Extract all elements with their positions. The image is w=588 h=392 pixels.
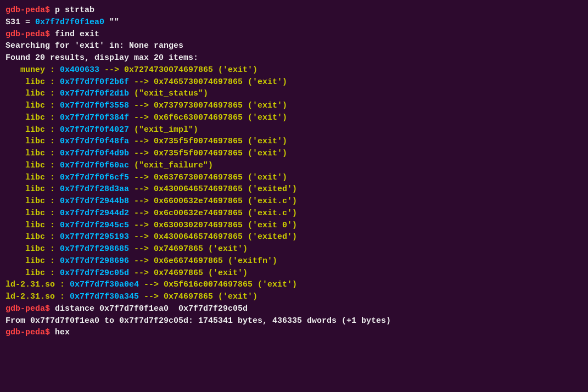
- result-text: --> 0x74697865 ('exit'): [129, 268, 248, 278]
- hex-address: 0x7f7d7f0f1ea0: [35, 18, 104, 27]
- terminal-line-5: Found 20 results, display max 20 items:: [5, 52, 583, 64]
- terminal-line-11: libc : 0x7f7d7f0f4027 ("exit_impl"): [5, 124, 583, 136]
- terminal-line-22: libc : 0x7f7d7f298696 --> 0x6e6674697865…: [5, 255, 583, 267]
- info-text: Found 20 results, display max 20 items:: [5, 53, 198, 63]
- result-text: --> 0x6c00632e74697865 ('exit.c'): [129, 209, 297, 218]
- result-text: libc :: [5, 77, 60, 87]
- result-text: --> 0x74697865 ('exit'): [139, 292, 257, 301]
- result-text: libc :: [5, 125, 60, 135]
- hex-address: 0x7f7d7f2945c5: [60, 221, 129, 230]
- hex-address: 0x7f7d7f29c05d: [60, 268, 129, 278]
- terminal-line-27: From 0x7f7d7f0f1ea0 to 0x7f7d7f29c05d: 1…: [5, 315, 583, 327]
- result-text: muney :: [5, 65, 60, 75]
- result-text: ld-2.31.so :: [5, 280, 70, 289]
- terminal-line-6: muney : 0x400633 --> 0x7274730074697865 …: [5, 64, 583, 76]
- hex-address: 0x7f7d7f0f4d9b: [60, 149, 129, 158]
- terminal-line-15: libc : 0x7f7d7f0f6cf5 --> 0x637673007469…: [5, 172, 583, 184]
- result-text: libc :: [5, 137, 60, 146]
- hex-address: 0x7f7d7f2944d2: [60, 209, 129, 218]
- result-text: ("exit_failure"): [129, 161, 213, 170]
- terminal-line-18: libc : 0x7f7d7f2944d2 --> 0x6c00632e7469…: [5, 208, 583, 220]
- terminal-line-19: libc : 0x7f7d7f2945c5 --> 0x630030207469…: [5, 220, 583, 232]
- hex-address: 0x400633: [60, 65, 99, 75]
- result-text: --> 0x74697865 ('exit'): [129, 244, 248, 254]
- result-text: libc :: [5, 101, 60, 110]
- hex-address: 0x7f7d7f0f4027: [60, 125, 129, 135]
- terminal-line-28: gdb-peda$ hex: [5, 327, 583, 339]
- result-text: --> 0x735f5f0074697865 ('exit'): [129, 149, 287, 158]
- hex-address: 0x7f7d7f0f60ac: [60, 161, 129, 170]
- result-text: --> 0x6300302074697865 ('exit 0'): [129, 221, 297, 230]
- hex-address: 0x7f7d7f298696: [60, 256, 129, 266]
- result-text: --> 0x7274730074697865 ('exit'): [99, 65, 257, 75]
- result-text: --> 0x6e6674697865 ('exitfn'): [129, 256, 277, 266]
- result-text: libc :: [5, 89, 60, 98]
- terminal-line-26: gdb-peda$ distance 0x7f7d7f0f1ea0 0x7f7d…: [5, 303, 583, 315]
- result-text: libc :: [5, 256, 60, 266]
- terminal-line-23: libc : 0x7f7d7f29c05d --> 0x74697865 ('e…: [5, 267, 583, 279]
- prompt: gdb-peda$: [5, 328, 50, 337]
- prompt: gdb-peda$: [5, 304, 50, 313]
- result-text: --> 0x6f6c630074697865 ('exit'): [129, 113, 287, 122]
- hex-address: 0x7f7d7f30a345: [70, 292, 139, 301]
- result-text: --> 0x4300646574697865 ('exited'): [129, 184, 297, 194]
- terminal-line-3: gdb-peda$ find exit: [5, 29, 583, 41]
- result-text: --> 0x7465730074697865 ('exit'): [129, 77, 287, 87]
- result-text: ld-2.31.so :: [5, 292, 70, 301]
- result-text: libc :: [5, 173, 60, 182]
- terminal-line-7: libc : 0x7f7d7f0f2b6f --> 0x746573007469…: [5, 76, 583, 88]
- result-text: --> 0x6600632e74697865 ('exit.c'): [129, 197, 297, 206]
- result-text: libc :: [5, 149, 60, 158]
- result-text: libc :: [5, 232, 60, 242]
- command-text: hex: [50, 328, 70, 337]
- terminal-line-17: libc : 0x7f7d7f2944b8 --> 0x6600632e7469…: [5, 195, 583, 208]
- terminal-line-20: libc : 0x7f7d7f295193 --> 0x430064657469…: [5, 231, 583, 243]
- result-text: libc :: [5, 221, 60, 230]
- hex-address: 0x7f7d7f0f384f: [60, 113, 129, 122]
- result-text: libc :: [5, 161, 60, 170]
- hex-address: 0x7f7d7f0f48fa: [60, 137, 129, 146]
- result-text: --> 0x7379730074697865 ('exit'): [129, 101, 287, 110]
- info-text: "": [104, 18, 119, 27]
- result-text: --> 0x4300646574697865 ('exited'): [129, 232, 297, 242]
- terminal-line-2: $31 = 0x7f7d7f0f1ea0 "": [5, 16, 583, 29]
- prompt: gdb-peda$: [5, 5, 50, 15]
- result-text: libc :: [5, 268, 60, 278]
- terminal-line-14: libc : 0x7f7d7f0f60ac ("exit_failure"): [5, 160, 583, 172]
- terminal-line-1: gdb-peda$ p strtab: [5, 4, 583, 16]
- hex-address: 0x7f7d7f0f2d1b: [60, 89, 129, 98]
- hex-address: 0x7f7d7f0f3558: [60, 101, 129, 110]
- hex-address: 0x7f7d7f0f6cf5: [60, 173, 129, 182]
- result-text: libc :: [5, 113, 60, 122]
- terminal-line-24: ld-2.31.so : 0x7f7d7f30a0e4 --> 0x5f616c…: [5, 279, 583, 291]
- terminal-line-9: libc : 0x7f7d7f0f3558 --> 0x737973007469…: [5, 100, 583, 112]
- info-text: $31 =: [5, 18, 35, 27]
- terminal-line-8: libc : 0x7f7d7f0f2d1b ("exit_status"): [5, 88, 583, 100]
- terminal-line-25: ld-2.31.so : 0x7f7d7f30a345 --> 0x746978…: [5, 291, 583, 303]
- command-text: find exit: [50, 30, 99, 39]
- result-text: --> 0x5f616c0074697865 ('exit'): [139, 280, 297, 289]
- hex-address: 0x7f7d7f298685: [60, 244, 129, 254]
- terminal-line-10: libc : 0x7f7d7f0f384f --> 0x6f6c63007469…: [5, 112, 583, 124]
- terminal-line-13: libc : 0x7f7d7f0f4d9b --> 0x735f5f007469…: [5, 148, 583, 160]
- info-text: From 0x7f7d7f0f1ea0 to 0x7f7d7f29c05d: 1…: [5, 316, 391, 326]
- terminal-line-12: libc : 0x7f7d7f0f48fa --> 0x735f5f007469…: [5, 136, 583, 148]
- hex-address: 0x7f7d7f28d3aa: [60, 184, 129, 194]
- result-text: ("exit_status"): [129, 89, 208, 98]
- terminal-line-16: libc : 0x7f7d7f28d3aa --> 0x430064657469…: [5, 183, 583, 195]
- terminal-line-21: libc : 0x7f7d7f298685 --> 0x74697865 ('e…: [5, 243, 583, 255]
- terminal-line-4: Searching for 'exit' in: None ranges: [5, 40, 583, 52]
- result-text: --> 0x6376730074697865 ('exit'): [129, 173, 287, 182]
- hex-address: 0x7f7d7f0f2b6f: [60, 77, 129, 87]
- result-text: --> 0x735f5f0074697865 ('exit'): [129, 137, 287, 146]
- result-text: libc :: [5, 244, 60, 254]
- result-text: ("exit_impl"): [129, 125, 198, 135]
- result-text: libc :: [5, 209, 60, 218]
- hex-address: 0x7f7d7f295193: [60, 232, 129, 242]
- result-text: libc :: [5, 184, 60, 194]
- terminal: gdb-peda$ p strtab$31 = 0x7f7d7f0f1ea0 "…: [5, 4, 583, 339]
- command-text: p strtab: [50, 5, 94, 15]
- result-text: libc :: [5, 197, 60, 206]
- info-text: Searching for 'exit' in: None ranges: [5, 41, 183, 51]
- hex-address: 0x7f7d7f30a0e4: [70, 280, 139, 289]
